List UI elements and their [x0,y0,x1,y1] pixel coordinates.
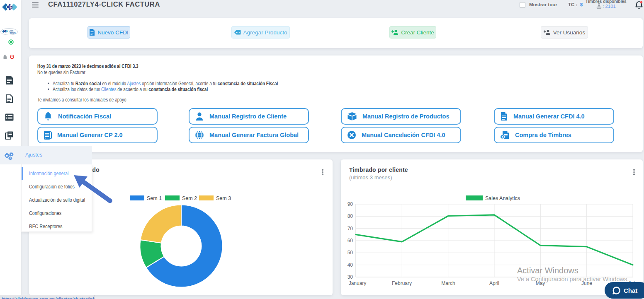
svg-text:$: $ [502,135,504,139]
svg-text:April: April [489,280,499,286]
svg-text:60: 60 [348,238,353,244]
svg-text:CF: CF [6,5,12,10]
svg-text:February: February [392,280,412,286]
svg-text:50: 50 [348,250,353,256]
svg-text:March: March [441,280,455,286]
svg-text:80: 80 [348,213,353,219]
svg-text:30: 30 [348,274,353,280]
svg-text:40: 40 [348,262,353,268]
svg-text:90: 90 [348,201,353,207]
svg-text:January: January [349,280,367,286]
svg-text:Factura: Factura [9,32,16,34]
svg-text:70: 70 [348,226,353,231]
